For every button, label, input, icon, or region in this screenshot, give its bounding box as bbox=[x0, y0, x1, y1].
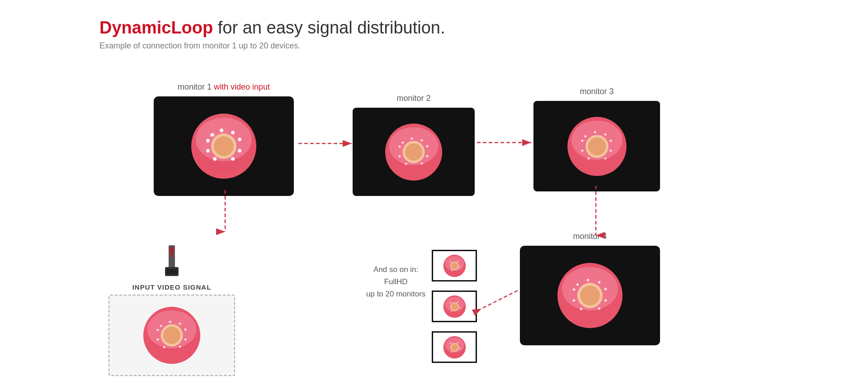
svg-text:★: ★ bbox=[597, 280, 601, 285]
and-so-on-text: And so on in: FullHD up to 20 monitors bbox=[366, 263, 425, 300]
monitor-2-label: monitor 2 bbox=[396, 94, 430, 103]
svg-text:★: ★ bbox=[178, 344, 182, 349]
svg-text:★: ★ bbox=[580, 148, 584, 153]
svg-point-91 bbox=[451, 303, 458, 310]
svg-text:★: ★ bbox=[231, 130, 235, 135]
svg-text:★: ★ bbox=[213, 157, 217, 162]
hdmi-cable-icon bbox=[160, 245, 183, 281]
monitor-3-label: monitor 3 bbox=[580, 87, 613, 96]
svg-text:★: ★ bbox=[206, 148, 210, 153]
small-monitor-1: ★ ★ ★ ★ bbox=[432, 250, 477, 281]
svg-text:★: ★ bbox=[593, 130, 596, 134]
svg-point-99 bbox=[451, 343, 458, 350]
svg-text:★: ★ bbox=[420, 161, 424, 166]
monitor-2-screen: ★ ★ ★ ★ ★ ★ ★ ★ ★ bbox=[353, 108, 475, 196]
svg-text:★: ★ bbox=[231, 157, 235, 162]
monitor-1-screen: ★ ★ ★ ★ ★ ★ ★ ★ ★ bbox=[154, 96, 294, 196]
main-title: DynamicLoop for an easy signal distribut… bbox=[99, 18, 769, 38]
svg-text:★: ★ bbox=[206, 138, 210, 143]
svg-text:★: ★ bbox=[586, 277, 590, 282]
svg-text:★: ★ bbox=[584, 134, 587, 138]
svg-text:★: ★ bbox=[159, 324, 163, 328]
svg-text:★: ★ bbox=[604, 298, 608, 303]
page-container: DynamicLoop for an easy signal distribut… bbox=[0, 0, 868, 391]
subtitle: Example of connection from monitor 1 up … bbox=[99, 41, 769, 51]
monitor-4-screen: ★ ★ ★ ★ ★ ★ ★ ★ ★ bbox=[520, 246, 660, 345]
monitor-4-label: monitor 4 bbox=[573, 232, 607, 241]
svg-text:★: ★ bbox=[168, 319, 172, 324]
svg-text:★: ★ bbox=[604, 286, 608, 291]
monitor-4-donut: ★ ★ ★ ★ ★ ★ ★ ★ ★ bbox=[554, 259, 626, 332]
input-signal-dashed-box: ★ ★ ★ ★ ★ ★ ★ ★ ★ bbox=[108, 295, 235, 376]
svg-line-111 bbox=[481, 291, 518, 309]
svg-point-83 bbox=[451, 262, 458, 269]
svg-text:★: ★ bbox=[209, 133, 213, 138]
svg-text:★: ★ bbox=[420, 138, 424, 143]
input-signal-label: INPUT VIDEO SIGNAL bbox=[108, 283, 235, 291]
svg-point-70 bbox=[163, 327, 181, 344]
svg-text:★: ★ bbox=[184, 327, 187, 332]
svg-text:★: ★ bbox=[410, 136, 414, 140]
small-monitor-2: ★ ★ ★ ★ bbox=[432, 291, 477, 322]
svg-text:★: ★ bbox=[178, 321, 182, 326]
small-monitor-3: ★ ★ ★ ★ bbox=[432, 331, 477, 363]
monitor-1-donut: ★ ★ ★ ★ ★ ★ ★ ★ ★ bbox=[188, 110, 260, 182]
title-rest: for an easy signal distribution. bbox=[213, 18, 445, 37]
svg-text:★: ★ bbox=[580, 138, 584, 143]
svg-text:★: ★ bbox=[156, 337, 160, 342]
monitor-2: monitor 2 ★ ★ ★ ★ ★ ★ ★ ★ bbox=[353, 94, 475, 196]
monitor-1: monitor 1 with video input bbox=[154, 82, 294, 196]
monitor-3: monitor 3 ★ ★ ★ ★ ★ ★ ★ ★ bbox=[533, 87, 660, 191]
monitor-2-donut: ★ ★ ★ ★ ★ ★ ★ ★ ★ bbox=[382, 120, 445, 184]
title-brand: DynamicLoop bbox=[99, 18, 213, 37]
svg-text:★: ★ bbox=[603, 156, 607, 160]
svg-text:★: ★ bbox=[603, 132, 607, 136]
svg-text:★: ★ bbox=[220, 128, 224, 133]
svg-text:★: ★ bbox=[425, 154, 429, 158]
svg-rect-64 bbox=[166, 269, 177, 274]
svg-text:★: ★ bbox=[572, 298, 576, 303]
svg-text:★: ★ bbox=[398, 144, 401, 149]
monitor-3-donut: ★ ★ ★ ★ ★ ★ ★ ★ ★ bbox=[564, 114, 630, 179]
svg-text:★: ★ bbox=[587, 156, 590, 161]
svg-text:★: ★ bbox=[398, 154, 401, 158]
svg-text:★: ★ bbox=[401, 140, 405, 144]
input-signal-section: INPUT VIDEO SIGNAL ★ ★ ★ ★ ★ ★ ★ ★ ★ bbox=[108, 245, 235, 376]
monitor-3-screen: ★ ★ ★ ★ ★ ★ ★ ★ ★ bbox=[533, 101, 660, 191]
header-section: DynamicLoop for an easy signal distribut… bbox=[99, 18, 769, 51]
svg-text:★: ★ bbox=[237, 137, 241, 142]
svg-point-4 bbox=[214, 136, 234, 156]
svg-text:★: ★ bbox=[572, 287, 576, 292]
svg-text:★: ★ bbox=[156, 328, 160, 332]
svg-text:★: ★ bbox=[162, 345, 166, 349]
svg-text:★: ★ bbox=[609, 148, 613, 153]
svg-point-52 bbox=[580, 286, 600, 305]
svg-text:★: ★ bbox=[237, 148, 241, 153]
svg-text:★: ★ bbox=[579, 306, 583, 311]
svg-text:★: ★ bbox=[404, 161, 408, 166]
svg-text:★: ★ bbox=[425, 144, 429, 148]
svg-text:★: ★ bbox=[184, 337, 187, 342]
monitor-4: monitor 4 ★ ★ ★ ★ ★ ★ ★ ★ bbox=[520, 232, 660, 345]
svg-point-39 bbox=[588, 137, 606, 155]
svg-text:★: ★ bbox=[597, 306, 601, 311]
diagram-area: monitor 1 with video input bbox=[99, 69, 769, 377]
svg-rect-66 bbox=[171, 251, 173, 257]
svg-text:★: ★ bbox=[609, 138, 613, 143]
monitor-1-label: monitor 1 with video input bbox=[178, 82, 270, 92]
svg-text:★: ★ bbox=[576, 282, 580, 287]
svg-point-26 bbox=[405, 143, 423, 161]
